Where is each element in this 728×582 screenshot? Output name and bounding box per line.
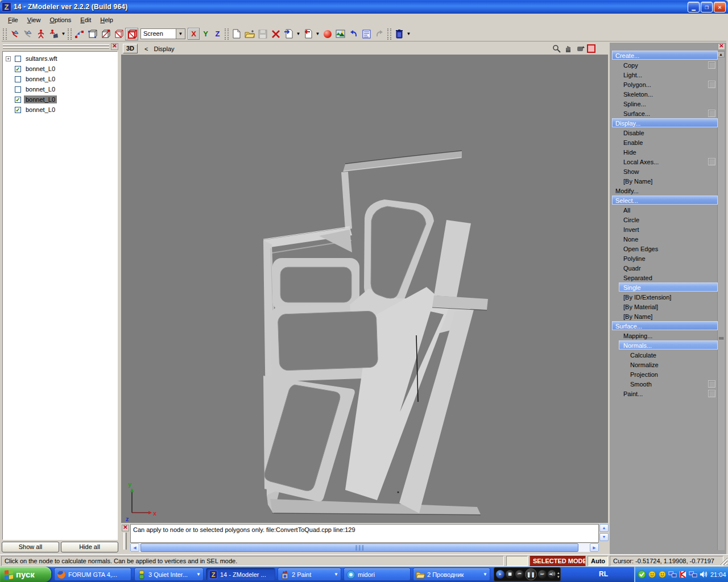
tree-item-label[interactable]: bonnet_L0 <box>24 65 57 73</box>
menu-select-invert[interactable]: Invert <box>611 225 718 234</box>
purge-trash-icon[interactable] <box>392 28 406 40</box>
tray-update-icon[interactable] <box>638 570 646 579</box>
maximize-view-icon[interactable] <box>587 44 595 53</box>
undo-icon[interactable] <box>347 28 360 40</box>
wmp-stop-icon[interactable]: ■ <box>506 570 514 579</box>
restore-button[interactable]: ❐ <box>701 2 713 13</box>
menu-enable[interactable]: Enable <box>611 138 718 147</box>
detach-tool-icon[interactable] <box>21 28 34 40</box>
option-checkbox[interactable] <box>708 61 715 69</box>
menu-modify[interactable]: Modify... <box>611 186 718 196</box>
tray-network-icon[interactable] <box>668 570 677 579</box>
menu-hide[interactable]: Hide <box>611 147 718 157</box>
wmp-mini-player[interactable]: ▸ ■ ⏮ ❚❚ ⏭ ◄)) ▴▾ <box>494 567 561 581</box>
clock[interactable]: 21:04 <box>710 571 726 578</box>
tray-kaspersky-icon[interactable] <box>679 570 687 579</box>
menu-show[interactable]: Show <box>611 167 718 176</box>
wmp-volume-icon[interactable]: ◄)) <box>548 570 556 579</box>
menu-polygon[interactable]: Polygon... <box>611 80 718 89</box>
tree-item-label[interactable]: sultanrs.wft <box>24 55 59 63</box>
log-scroll-up-icon[interactable]: ▲ <box>599 524 609 532</box>
tree-row-bonnet[interactable]: bonnet_L0 <box>3 74 117 84</box>
close-command-panel-icon[interactable]: ✕ <box>718 43 725 50</box>
visibility-checkbox[interactable] <box>15 56 21 62</box>
visibility-checkbox[interactable]: ✓ <box>15 107 21 113</box>
menu-select-all[interactable]: All <box>611 205 718 215</box>
menu-select-quadr[interactable]: Quadr <box>611 263 718 273</box>
menu-edit[interactable]: Edit <box>76 15 95 25</box>
toolbar-grip[interactable] <box>68 28 72 40</box>
tree-item-label[interactable]: bonnet_L0 <box>24 85 57 93</box>
close-tree-panel-icon[interactable]: ✕ <box>111 43 118 50</box>
group-dropdown-icon[interactable]: ▼ <box>480 572 487 577</box>
attach-tool-icon[interactable] <box>8 28 21 40</box>
tree-row-bonnet[interactable]: ✓ bonnet_L0 <box>3 64 117 74</box>
menu-surface-create[interactable]: Surface... <box>611 109 718 118</box>
menu-normals-projection[interactable]: Projection <box>611 369 718 379</box>
menu-file[interactable]: File <box>4 15 22 25</box>
scroll-right-icon[interactable]: ▶ <box>590 543 599 552</box>
log-hscrollbar[interactable]: ◀ ║║║ ▶ <box>130 543 599 552</box>
log-grip[interactable]: ✕ <box>122 524 130 552</box>
log-window-icon[interactable] <box>360 28 373 40</box>
skin-tool-dropdown[interactable]: ▼ <box>60 28 67 40</box>
group-dropdown-icon[interactable]: ▼ <box>331 572 338 577</box>
save-file-icon[interactable] <box>256 28 269 40</box>
taskbar-button-explorer[interactable]: 2 Проводник ▼ <box>413 568 490 581</box>
panel-scroll-up-icon[interactable]: ▲ <box>717 51 725 57</box>
axis-x-button[interactable]: X <box>188 28 200 40</box>
faces-mode-icon[interactable] <box>99 28 112 40</box>
menu-paint[interactable]: Paint... <box>611 389 718 398</box>
open-file-icon[interactable] <box>243 28 256 40</box>
orbit-tool-icon[interactable] <box>575 43 585 53</box>
export-dropdown[interactable]: ▼ <box>315 28 321 40</box>
scroll-left-icon[interactable]: ◀ <box>130 543 139 552</box>
axis-y-button[interactable]: Y <box>200 28 212 40</box>
3d-model-bonnet[interactable]: y x z <box>121 55 608 523</box>
command-panel-scrollbar[interactable] <box>717 51 725 550</box>
visibility-checkbox[interactable]: ✓ <box>15 97 21 103</box>
panel-scroll-grip[interactable]: ≡≡ <box>718 335 724 341</box>
breadcrumb[interactable]: Display <box>154 45 174 52</box>
menu-normals-smooth[interactable]: Smooth <box>611 379 718 389</box>
skin-tool-icon[interactable] <box>47 28 60 40</box>
option-checkbox[interactable] <box>708 158 715 165</box>
visibility-checkbox[interactable] <box>15 86 21 93</box>
tree-item-label[interactable]: bonnet_L0 <box>24 95 57 103</box>
option-checkbox[interactable] <box>708 81 715 88</box>
wmp-previous-icon[interactable]: ⏮ <box>515 570 524 579</box>
menu-mapping[interactable]: Mapping... <box>611 331 718 340</box>
toolbar-grip[interactable] <box>3 28 7 40</box>
tray-volume-icon[interactable] <box>699 570 708 579</box>
tray-icq2-icon[interactable] <box>658 570 667 579</box>
import-dropdown[interactable]: ▼ <box>295 28 301 40</box>
menu-select-separated[interactable]: Separated <box>611 273 718 282</box>
menu-spline[interactable]: Spline... <box>611 99 718 109</box>
pan-tool-icon[interactable] <box>563 43 573 53</box>
start-button[interactable]: пуск <box>0 567 51 582</box>
menu-local-axes[interactable]: Local Axes... <box>611 157 718 167</box>
vertices-mode-icon[interactable] <box>73 28 86 40</box>
redo-icon[interactable] <box>373 28 386 40</box>
menu-select-none[interactable]: None <box>611 234 718 244</box>
hscroll-thumb[interactable]: ║║║ <box>140 543 578 552</box>
menu-help[interactable]: Help <box>96 15 117 25</box>
expand-icon[interactable]: + <box>6 56 11 61</box>
taskbar-button-paint[interactable]: 2 Paint ▼ <box>278 568 341 581</box>
view-mode-button[interactable]: 3D <box>123 44 138 53</box>
option-checkbox[interactable] <box>708 110 715 117</box>
log-scroll-down-icon[interactable]: ▼ <box>599 533 609 541</box>
menu-select-single[interactable]: Single <box>611 282 718 292</box>
language-indicator[interactable]: RL <box>595 568 612 580</box>
purge-dropdown[interactable]: ▼ <box>406 28 412 40</box>
menu-skeleton[interactable]: Skeleton... <box>611 89 718 99</box>
material-editor-icon[interactable] <box>321 28 334 40</box>
toolbar-grip[interactable] <box>225 28 229 40</box>
menu-surface[interactable]: Surface... <box>611 321 718 331</box>
export-icon[interactable] <box>301 28 315 40</box>
taskbar-button-midori[interactable]: midori <box>344 568 411 581</box>
tray-icq-icon[interactable] <box>648 570 656 579</box>
close-log-icon[interactable]: ✕ <box>122 525 129 531</box>
auto-toggle[interactable]: Auto <box>588 556 608 566</box>
screen-space-combo[interactable]: Screen ▼ <box>140 28 185 39</box>
